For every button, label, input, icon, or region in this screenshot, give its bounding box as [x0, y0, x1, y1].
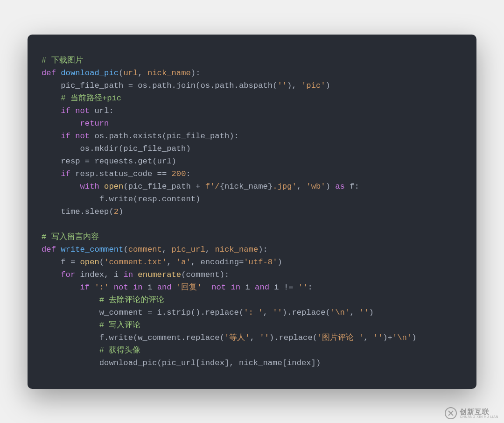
code-line: if not url:	[42, 106, 114, 115]
code-token: , encoding=	[191, 258, 244, 267]
code-token: ,	[205, 245, 215, 254]
code-token: not	[75, 106, 90, 115]
code-token: 2	[114, 207, 119, 216]
code-token	[70, 132, 75, 141]
code-line: if not os.path.exists(pic_file_path):	[42, 132, 239, 141]
code-token	[99, 182, 104, 191]
code-line: # 写入评论	[42, 321, 140, 330]
code-line: # 获得头像	[42, 346, 140, 355]
code-token: ,	[297, 182, 307, 191]
code-token	[172, 283, 176, 292]
code-token: '图片评论 '	[317, 333, 364, 342]
code-token	[202, 283, 212, 292]
code-token	[56, 245, 61, 254]
code-token: ,	[350, 308, 359, 317]
code-token: 'a'	[176, 258, 191, 267]
code-token: not	[75, 132, 90, 141]
code-token: ).replace(	[269, 333, 317, 342]
code-token: # 下载图片	[42, 56, 83, 65]
code-token: ''	[298, 283, 308, 292]
code-token: ': '	[244, 308, 263, 317]
code-token: open	[104, 182, 123, 191]
code-token: f'/	[205, 182, 220, 191]
code-token: if	[61, 169, 70, 178]
code-token: :	[186, 169, 190, 178]
code-token: # 写入留言内容	[42, 233, 99, 241]
code-token: ,	[364, 333, 373, 342]
code-token: # 去除评论的评论	[99, 296, 165, 304]
code-token: and	[255, 283, 269, 292]
code-line: return	[42, 119, 109, 128]
code-line: # 下载图片	[42, 56, 83, 65]
code-token: ,	[250, 333, 260, 342]
code-line: os.mkdir(pic_file_path)	[42, 144, 191, 153]
code-line: pic_file_path = os.path.join(os.path.abs…	[42, 81, 330, 90]
code-token: in	[231, 283, 240, 292]
code-token: '\n'	[330, 308, 350, 317]
code-token: 'comment.txt'	[104, 258, 167, 267]
code-token: ''	[259, 333, 269, 342]
code-token: index, i	[75, 270, 123, 279]
code-token: ''	[359, 308, 369, 317]
code-token: enumerate	[138, 270, 181, 279]
code-token: :	[308, 283, 313, 292]
code-token: resp = requests.get(url)	[61, 157, 176, 166]
code-token: def	[42, 245, 56, 254]
code-token: ,	[138, 69, 147, 78]
code-line: # 去除评论的评论	[42, 296, 164, 304]
code-token: f =	[61, 258, 80, 267]
code-token: in	[133, 283, 143, 292]
code-token: ,	[263, 308, 273, 317]
code-line: if ':' not in i and '回复' not in i and i …	[42, 283, 313, 292]
code-token: ,	[167, 258, 176, 267]
code-token: not	[114, 283, 128, 292]
code-token: url:	[90, 106, 114, 115]
code-token: ):	[191, 69, 201, 78]
code-token	[70, 106, 75, 115]
code-token: )	[119, 207, 123, 216]
code-token: resp.status_code ==	[70, 169, 172, 178]
code-line: f = open('comment.txt', 'a', encoding='u…	[42, 258, 282, 267]
code-token: and	[157, 283, 172, 292]
code-token: time.sleep(	[61, 207, 113, 216]
code-token: .jpg'	[273, 182, 297, 191]
code-token	[133, 270, 138, 279]
code-token: (	[123, 245, 128, 254]
code-token: as	[335, 182, 345, 191]
code-token: not	[211, 283, 226, 292]
code-token: f.write(w_comment.replace(	[99, 333, 224, 342]
code-token: ':'	[94, 283, 109, 292]
code-line: resp = requests.get(url)	[42, 157, 176, 166]
code-line: # 当前路径+pic	[42, 94, 121, 103]
watermark-logo-icon	[445, 407, 457, 419]
code-token: url	[123, 69, 138, 78]
code-token: ''	[273, 308, 282, 317]
code-token: (	[119, 69, 123, 78]
code-token: comment	[128, 245, 162, 254]
code-line: if resp.status_code == 200:	[42, 169, 191, 178]
code-token: f.write(resp.content)	[99, 195, 201, 204]
code-token: if	[61, 106, 70, 115]
code-token: nick_name	[215, 245, 258, 254]
code-line: f.write(w_comment.replace('等人', '').repl…	[42, 333, 417, 342]
code-token: (pic_file_path +	[123, 182, 205, 191]
code-token: (	[99, 258, 104, 267]
code-token	[226, 283, 231, 292]
code-token: )	[369, 308, 373, 317]
code-token: pic_url	[172, 245, 205, 254]
code-token: download_pic	[61, 69, 119, 78]
code-token: os.path.exists(pic_file_path):	[90, 132, 239, 141]
code-token: (comment):	[181, 270, 229, 279]
code-token: # 获得头像	[99, 346, 141, 355]
code-token	[90, 283, 94, 292]
code-token: )	[277, 258, 282, 267]
code-line: def write_comment(comment, pic_url, nick…	[42, 245, 268, 254]
code-token: i	[240, 283, 255, 292]
code-line: f.write(resp.content)	[42, 195, 200, 204]
code-token: '\n'	[392, 333, 412, 342]
code-token: '等人'	[224, 333, 250, 342]
code-token: 'pic'	[301, 81, 326, 90]
watermark: 创新互联 CHUANG XIN HU LIAN	[445, 407, 498, 419]
code-token: if	[61, 132, 70, 141]
code-token: '回复'	[176, 283, 202, 292]
